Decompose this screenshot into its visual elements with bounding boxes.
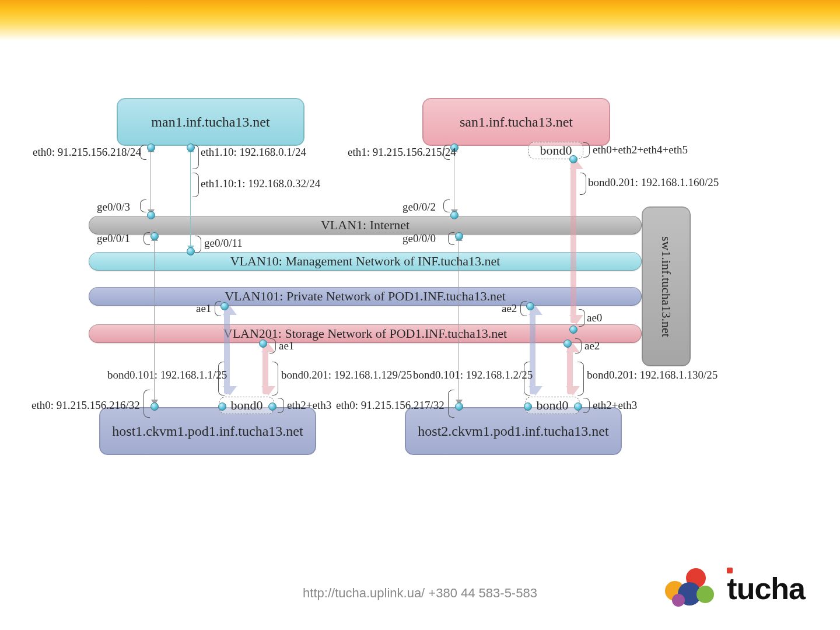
diagram-canvas: man1.inf.tucha13.net san1.inf.tucha13.ne… (0, 0, 840, 630)
lbl-san1-eth1: eth1: 91.215.156.215/24 (348, 146, 456, 159)
lbl-ge003: ge0/0/3 (97, 201, 130, 214)
port-dot (564, 340, 572, 348)
brace-icon (272, 362, 278, 396)
lbl-host1-eth0: eth0: 91.215.156.216/32 (32, 399, 140, 412)
node-san1: san1.inf.tucha13.net (422, 98, 610, 146)
node-label: sw1.inf.tucha13.net (659, 236, 674, 337)
port-dot (524, 402, 532, 411)
bar-label: VLAN10: Management Network of INF.tucha1… (230, 254, 501, 269)
lbl-man1-eth0: eth0: 91.215.156.218/24 (33, 146, 141, 159)
brand-mark-icon (665, 568, 719, 609)
bar-vlan10: VLAN10: Management Network of INF.tucha1… (89, 252, 642, 271)
port-dot (455, 232, 463, 240)
lbl-ge001: ge0/0/1 (97, 232, 130, 245)
brace-icon (192, 145, 199, 169)
port-dot (268, 402, 276, 411)
lbl-host2-eth0: eth0: 91.215.156.217/32 (336, 399, 444, 412)
bond-label: bond0 (537, 398, 569, 413)
lbl-ge0011: ge0/0/11 (204, 237, 243, 250)
node-man1: man1.inf.tucha13.net (117, 98, 304, 146)
bar-label: VLAN1: Internet (321, 218, 410, 233)
brace-icon (448, 390, 454, 418)
brace-icon (140, 200, 146, 212)
brace-icon (192, 173, 199, 197)
footer-label: http://tucha.uplink.ua/ +380 44 583-5-58… (303, 586, 537, 600)
brace-icon (583, 142, 590, 158)
node-sw1: sw1.inf.tucha13.net (642, 206, 691, 366)
bar-label: VLAN201: Storage Network of POD1.INF.tuc… (223, 326, 507, 341)
brace-icon (215, 301, 221, 316)
bar-vlan201: VLAN201: Storage Network of POD1.INF.tuc… (89, 324, 642, 343)
port-dot (187, 247, 195, 256)
bar-vlan1: VLAN1: Internet (89, 216, 642, 235)
port-dot (574, 402, 582, 411)
lbl-host1-b101: bond0.101: 192.168.1.1/25 (107, 369, 227, 382)
bond-label: bond0 (231, 398, 263, 413)
lbl-ge002: ge0/0/2 (402, 201, 436, 214)
node-label: san1.inf.tucha13.net (460, 114, 573, 130)
lbl-ae2-top: ae2 (502, 302, 517, 315)
lbl-ae2-bot: ae2 (584, 340, 600, 352)
brace-icon (144, 390, 150, 418)
port-dot (150, 402, 159, 411)
lbl-host2-b101: bond0.101: 192.168.1.2/25 (413, 369, 533, 382)
brand-logo: tucha (665, 568, 805, 609)
brace-icon (583, 398, 590, 413)
port-dot (220, 302, 229, 310)
lbl-ae1-top: ae1 (196, 302, 211, 315)
port-dot (150, 232, 159, 240)
bond-box-host1: bond0 (219, 397, 274, 414)
link-man1-eth1 (190, 147, 191, 251)
brace-icon (195, 236, 201, 253)
port-dot (526, 302, 534, 310)
link-san1-bond0 (570, 161, 576, 323)
bar-vlan101: VLAN101: Private Network of POD1.INF.tuc… (89, 287, 642, 306)
bar-label: VLAN101: Private Network of POD1.INF.tuc… (225, 289, 506, 304)
lbl-san1-bond201: bond0.201: 192.168.1.160/25 (588, 176, 719, 189)
port-dot (147, 211, 155, 219)
lbl-host2-bondmix: eth2+eth3 (593, 399, 637, 412)
brace-icon (270, 338, 276, 354)
port-dot (218, 402, 226, 411)
brace-icon (580, 173, 586, 195)
node-host1: host1.ckvm1.pod1.inf.tucha13.net (99, 407, 316, 455)
lbl-host2-b201: bond0.201: 192.168.1.130/25 (587, 369, 718, 382)
link-host2-b201 (567, 344, 573, 394)
brace-icon (575, 338, 582, 354)
port-dot (455, 402, 463, 411)
brace-icon (578, 362, 584, 396)
brace-icon (443, 200, 450, 212)
brace-icon (278, 398, 284, 413)
brace-icon (144, 232, 150, 245)
lbl-host1-b201: bond0.201: 192.168.1.129/25 (281, 369, 412, 382)
port-dot (569, 155, 578, 163)
node-label: host2.ckvm1.pod1.inf.tucha13.net (418, 424, 608, 439)
node-label: man1.inf.tucha13.net (151, 114, 270, 130)
lbl-ae1-bot: ae1 (279, 340, 294, 352)
port-dot (450, 211, 459, 219)
lbl-san1-bondmix: eth0+eth2+eth4+eth5 (593, 144, 688, 156)
node-label: host1.ckvm1.pod1.inf.tucha13.net (112, 424, 303, 439)
bond-label: bond0 (540, 143, 572, 158)
port-dot (147, 144, 155, 152)
lbl-host1-bondmix: eth2+eth3 (287, 399, 331, 412)
bond-box-host2: bond0 (525, 397, 580, 414)
brand-dot-icon (727, 568, 733, 573)
link-man1-eth0 (150, 147, 151, 215)
lbl-man1-eth1-10-1: eth1.10:1: 192.168.0.32/24 (201, 177, 320, 190)
node-host2: host2.ckvm1.pod1.inf.tucha13.net (405, 407, 622, 455)
lbl-ae0: ae0 (587, 312, 602, 324)
brace-icon (520, 301, 527, 316)
port-dot (259, 340, 267, 348)
brace-icon (448, 232, 454, 245)
port-dot (569, 326, 578, 334)
link-host1-b201 (262, 344, 268, 394)
brand-word: tucha (727, 572, 805, 606)
brace-icon (579, 309, 585, 327)
lbl-man1-eth1-10: eth1.10: 192.168.0.1/24 (201, 146, 306, 159)
lbl-ge000: ge0/0/0 (402, 232, 436, 245)
